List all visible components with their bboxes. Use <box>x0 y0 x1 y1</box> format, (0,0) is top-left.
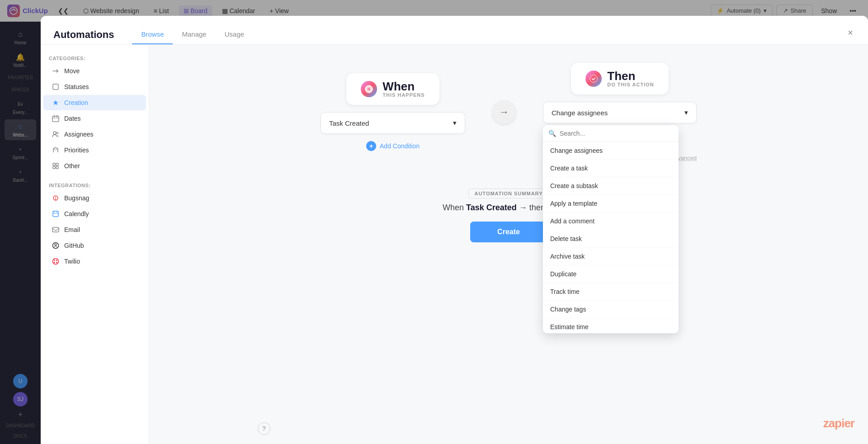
dropdown-item-add-comment[interactable]: Add a comment <box>543 213 679 230</box>
statuses-icon <box>52 83 60 91</box>
plus-circle-icon: + <box>366 141 376 151</box>
calendly-icon <box>52 210 60 218</box>
zapier-label: zapier <box>823 416 854 430</box>
modal-tabs: Browse Manage Usage <box>132 25 253 44</box>
panel-item-creation[interactable]: Creation <box>43 95 146 110</box>
github-label: GitHub <box>64 242 84 249</box>
panel-item-bugsnag[interactable]: Bugsnag <box>43 190 146 206</box>
dropdown-item-duplicate[interactable]: Duplicate <box>543 265 679 283</box>
panel-item-email[interactable]: Email <box>43 222 146 237</box>
bugsnag-label: Bugsnag <box>64 194 89 202</box>
creation-icon <box>52 99 60 107</box>
trigger-block: When THIS HAPPENS Task Created ▾ + Add C… <box>321 73 465 151</box>
tab-usage[interactable]: Usage <box>216 25 253 44</box>
action-title: Then <box>607 70 654 82</box>
svg-point-4 <box>57 132 58 134</box>
tab-browse[interactable]: Browse <box>132 25 173 44</box>
summary-task-created: Task Created <box>466 203 517 212</box>
action-block: Then DO THIS ACTION Change assignees ▾ � <box>543 63 697 161</box>
action-dropdown-menu: 🔍 Change assignees Create a task Create … <box>543 125 679 333</box>
svg-rect-11 <box>53 211 58 217</box>
trigger-title: When <box>382 80 425 92</box>
trigger-logo <box>361 81 377 97</box>
tab-manage[interactable]: Manage <box>173 25 215 44</box>
svg-rect-8 <box>56 166 58 169</box>
svg-rect-12 <box>52 227 59 232</box>
automations-modal: Automations Browse Manage Usage × CATEGO… <box>41 16 868 444</box>
svg-point-15 <box>53 259 59 265</box>
add-condition-label: Add Condition <box>380 142 420 150</box>
action-subtitle: DO THIS ACTION <box>607 82 654 87</box>
calendly-label: Calendly <box>64 210 89 217</box>
dates-label: Dates <box>64 115 81 122</box>
dropdown-search-container: 🔍 <box>543 125 679 142</box>
dropdown-item-change-tags[interactable]: Change tags <box>543 301 679 318</box>
bugsnag-icon <box>52 194 60 202</box>
dropdown-item-change-assignees[interactable]: Change assignees <box>543 142 679 160</box>
automation-builder: When THIS HAPPENS Task Created ▾ + Add C… <box>321 63 697 161</box>
move-label: Move <box>64 67 80 75</box>
summary-when: When <box>443 203 464 212</box>
svg-point-17 <box>56 260 57 261</box>
integrations-label: INTEGRATIONS: <box>41 179 149 190</box>
panel-item-move[interactable]: Move <box>43 63 146 79</box>
dates-icon <box>52 114 60 123</box>
arrow-connector: → <box>492 100 516 124</box>
dropdown-item-estimate-time[interactable]: Estimate time <box>543 318 679 333</box>
svg-point-18 <box>54 262 55 263</box>
dropdown-item-create-subtask[interactable]: Create a subtask <box>543 177 679 195</box>
panel-item-assignees[interactable]: Assignees <box>43 127 146 142</box>
action-logo <box>585 71 602 87</box>
dropdown-item-delete-task[interactable]: Delete task <box>543 230 679 248</box>
statuses-label: Statuses <box>64 83 89 90</box>
categories-label: CATEGORIES: <box>41 52 149 63</box>
summary-arrow: → <box>519 203 527 212</box>
arrow-icon: → <box>499 106 509 118</box>
trigger-select[interactable]: Task Created ▾ <box>321 112 465 134</box>
dropdown-item-track-time[interactable]: Track time <box>543 283 679 301</box>
left-panel: CATEGORIES: Move Statuses Creation <box>41 45 149 444</box>
dropdown-item-archive-task[interactable]: Archive task <box>543 248 679 265</box>
action-dropdown-wrapper: Change assignees ▾ 🔍 Change assignees Cr… <box>543 102 697 123</box>
summary-label: AUTOMATION SUMMARY <box>468 189 548 198</box>
twilio-icon <box>52 257 60 265</box>
dropdown-item-apply-template[interactable]: Apply a template <box>543 195 679 213</box>
modal-close-btn[interactable]: × <box>844 26 857 39</box>
svg-rect-5 <box>53 163 55 165</box>
panel-item-calendly[interactable]: Calendly <box>43 206 146 222</box>
zapier-badge: zapier <box>823 416 854 430</box>
move-icon <box>52 67 60 75</box>
action-select[interactable]: Change assignees ▾ <box>543 102 697 123</box>
panel-item-github[interactable]: GitHub <box>43 238 146 253</box>
create-automation-btn[interactable]: Create <box>470 222 547 242</box>
panel-item-statuses[interactable]: Statuses <box>43 79 146 94</box>
help-btn[interactable]: ? <box>258 422 270 435</box>
priorities-icon <box>52 146 60 154</box>
panel-item-twilio[interactable]: Twilio <box>43 254 146 269</box>
trigger-header: When THIS HAPPENS <box>346 73 439 105</box>
action-dropdown-icon: ▾ <box>684 109 688 117</box>
assignees-label: Assignees <box>64 131 94 138</box>
action-title-group: Then DO THIS ACTION <box>607 70 654 87</box>
main-content: When THIS HAPPENS Task Created ▾ + Add C… <box>149 45 868 444</box>
svg-point-10 <box>55 197 56 198</box>
panel-item-dates[interactable]: Dates <box>43 111 146 126</box>
add-condition-btn[interactable]: + Add Condition <box>366 141 420 151</box>
panel-item-other[interactable]: Other <box>43 158 146 174</box>
dropdown-item-create-task[interactable]: Create a task <box>543 160 679 177</box>
panel-item-priorities[interactable]: Priorities <box>43 142 146 158</box>
modal-title: Automations <box>53 29 114 41</box>
search-icon: 🔍 <box>548 130 556 137</box>
trigger-subtitle: THIS HAPPENS <box>382 92 425 98</box>
creation-label: Creation <box>64 99 88 106</box>
action-header: Then DO THIS ACTION <box>571 63 668 94</box>
other-icon <box>52 162 60 170</box>
svg-point-14 <box>55 244 57 246</box>
dropdown-search-input[interactable] <box>560 130 673 137</box>
trigger-title-group: When THIS HAPPENS <box>382 80 425 98</box>
svg-point-21 <box>590 75 598 83</box>
modal-body: CATEGORIES: Move Statuses Creation <box>41 45 868 444</box>
help-icon-label: ? <box>262 425 266 432</box>
svg-rect-1 <box>53 84 58 90</box>
email-label: Email <box>64 226 80 233</box>
